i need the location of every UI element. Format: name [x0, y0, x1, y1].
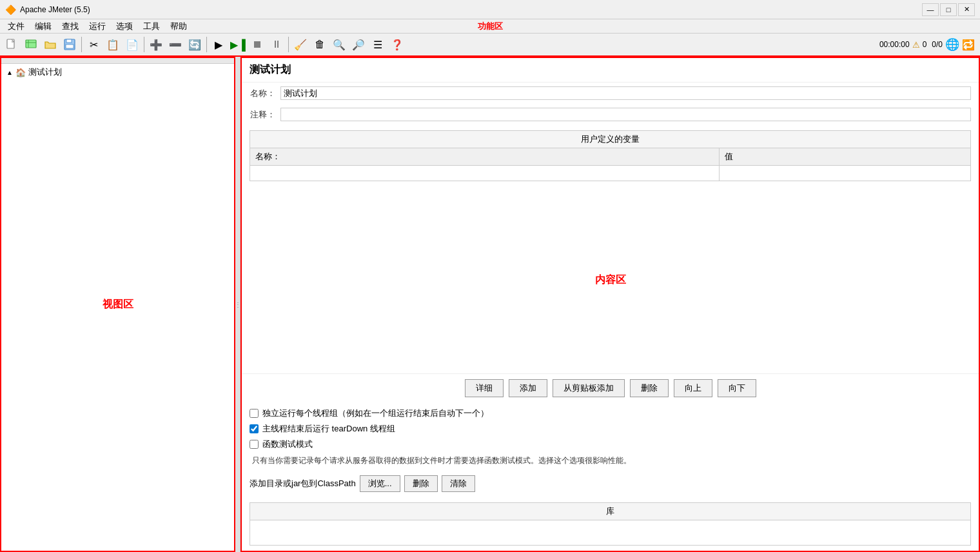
start-no-pause-button[interactable]: ▶▐: [229, 35, 247, 54]
collapse-button[interactable]: ➖: [166, 35, 184, 54]
templates-button[interactable]: [22, 35, 40, 54]
find-button[interactable]: 🔍: [330, 35, 348, 54]
menu-edit[interactable]: 编辑: [30, 19, 57, 34]
classpath-label: 添加目录或jar包到ClassPath: [250, 478, 356, 489]
svg-rect-1: [26, 40, 36, 48]
buttons-row: 详细 添加 从剪贴板添加 删除 向上 向下: [242, 373, 979, 402]
up-button[interactable]: 向上: [674, 379, 712, 397]
warning-count: 0: [923, 40, 927, 49]
inspect-button[interactable]: 🔎: [349, 35, 368, 54]
classpath-clear-button[interactable]: 清除: [442, 475, 475, 492]
window-controls: — □ ✕: [922, 3, 975, 16]
menu-help[interactable]: 帮助: [165, 19, 192, 34]
main-container: ▲ 🏠 测试计划 视图区 ⋮ 测试计划 名称： 注释： 用户定义的变量 名称: [0, 57, 980, 552]
section-title: 测试计划: [242, 58, 979, 83]
menu-options[interactable]: 选项: [111, 19, 138, 34]
library-section: 库: [250, 502, 971, 546]
functional-note: 只有当你需要记录每个请求从服务器取得的数据到文件时才需要选择函数测试模式。选择这…: [252, 454, 971, 466]
tree-header: [1, 58, 234, 64]
toolbar: ✂ 📋 📄 ➕ ➖ 🔄 ▶ ▶▐ ⏹ ⏸ 🧹 🗑 🔍 🔎 ☰ ❓ 00:00:0…: [0, 34, 980, 57]
svg-rect-5: [66, 39, 72, 43]
comment-label: 注释：: [250, 109, 275, 121]
clear-all-button[interactable]: 🗑: [311, 35, 329, 54]
classpath-section: 添加目录或jar包到ClassPath 浏览... 删除 清除: [242, 471, 979, 500]
stop-button[interactable]: ⏹: [248, 35, 266, 54]
delete-button[interactable]: 删除: [630, 379, 669, 397]
tree-item-test-plan[interactable]: ▲ 🏠 测试计划: [1, 64, 234, 81]
expand-button[interactable]: ➕: [147, 35, 165, 54]
maximize-button[interactable]: □: [940, 3, 957, 16]
help-button[interactable]: ❓: [388, 35, 406, 54]
col-value-header: 值: [720, 148, 971, 166]
right-panel: 测试计划 名称： 注释： 用户定义的变量 名称： 值: [240, 57, 980, 552]
name-field-row: 名称：: [242, 83, 979, 104]
separator-4: [288, 37, 289, 52]
minimize-button[interactable]: —: [922, 3, 939, 16]
tree-arrow-icon: ▲: [6, 69, 13, 76]
library-row: [250, 520, 971, 546]
svg-rect-6: [66, 44, 74, 48]
save-button[interactable]: [61, 35, 79, 54]
independent-label[interactable]: 独立运行每个线程组（例如在一个组运行结束后自动下一个）: [262, 408, 489, 419]
down-button[interactable]: 向下: [718, 379, 756, 397]
toolbar-right: 00:00:00 ⚠ 0 0/0 🌐 🔁: [879, 37, 977, 52]
title-bar-left: 🔶 Apache JMeter (5.5): [5, 5, 90, 15]
functional-label[interactable]: 函数测试模式: [262, 439, 313, 450]
cut-button[interactable]: ✂: [84, 35, 103, 54]
menu-tools[interactable]: 工具: [138, 19, 165, 34]
add-from-clipboard-button[interactable]: 从剪贴板添加: [553, 379, 625, 397]
separator-3: [206, 37, 207, 52]
classpath-row: 添加目录或jar包到ClassPath 浏览... 删除 清除: [250, 475, 971, 492]
content-area: 内容区: [242, 186, 979, 373]
independent-checkbox[interactable]: [250, 409, 259, 418]
teardown-option-row: 主线程结束后运行 tearDown 线程组: [250, 423, 971, 435]
menu-run[interactable]: 运行: [84, 19, 111, 34]
comment-field-row: 注释：: [242, 104, 979, 125]
var-name-cell: [250, 166, 720, 181]
ratio-display: 0/0: [932, 40, 943, 49]
classpath-delete-button[interactable]: 删除: [404, 475, 438, 492]
user-vars-section: 用户定义的变量 名称： 值: [250, 130, 971, 181]
content-area-label: 内容区: [595, 273, 626, 287]
menu-file[interactable]: 文件: [3, 19, 30, 34]
open-button[interactable]: [41, 35, 59, 54]
teardown-label[interactable]: 主线程结束后运行 tearDown 线程组: [262, 423, 395, 435]
panel-splitter[interactable]: ⋮: [235, 57, 240, 552]
paste-button[interactable]: 📄: [123, 35, 141, 54]
reset-button[interactable]: 🔄: [186, 35, 204, 54]
copy-button[interactable]: 📋: [104, 35, 122, 54]
detail-button[interactable]: 详细: [465, 379, 504, 397]
functional-checkbox[interactable]: [250, 440, 259, 449]
browse-button[interactable]: 浏览...: [360, 475, 400, 492]
globe-icon[interactable]: 🌐: [945, 37, 959, 52]
add-button[interactable]: 添加: [509, 379, 547, 397]
test-list-button[interactable]: ☰: [369, 35, 387, 54]
library-table: [250, 520, 971, 546]
comment-input[interactable]: [280, 108, 971, 121]
function-area-label: 功能区: [478, 21, 503, 32]
start-button[interactable]: ▶: [210, 35, 228, 54]
flag-icon[interactable]: 🔁: [962, 39, 975, 51]
menu-find[interactable]: 查找: [57, 19, 84, 34]
table-row: [250, 166, 971, 181]
menu-bar: 文件 编辑 查找 运行 选项 工具 帮助 功能区: [0, 19, 980, 34]
functional-option-row: 函数测试模式: [250, 439, 971, 450]
teardown-checkbox[interactable]: [250, 424, 259, 433]
var-value-cell: [720, 166, 971, 181]
separator-2: [144, 37, 144, 52]
user-vars-title: 用户定义的变量: [250, 130, 971, 148]
independent-option-row: 独立运行每个线程组（例如在一个组运行结束后自动下一个）: [250, 408, 971, 419]
library-cell: [250, 520, 971, 546]
new-button[interactable]: [3, 35, 21, 54]
app-title: Apache JMeter (5.5): [20, 5, 90, 14]
close-button[interactable]: ✕: [958, 3, 975, 16]
user-vars-table: 名称： 值: [250, 148, 971, 181]
warning-icon: ⚠: [912, 40, 920, 50]
shutdown-button[interactable]: ⏸: [268, 35, 286, 54]
app-icon: 🔶: [5, 5, 16, 15]
clear-button[interactable]: 🧹: [291, 35, 309, 54]
name-input[interactable]: [280, 86, 971, 100]
test-plan-icon: 🏠: [15, 68, 26, 77]
title-bar: 🔶 Apache JMeter (5.5) — □ ✕: [0, 0, 980, 19]
col-name-header: 名称：: [250, 148, 720, 166]
